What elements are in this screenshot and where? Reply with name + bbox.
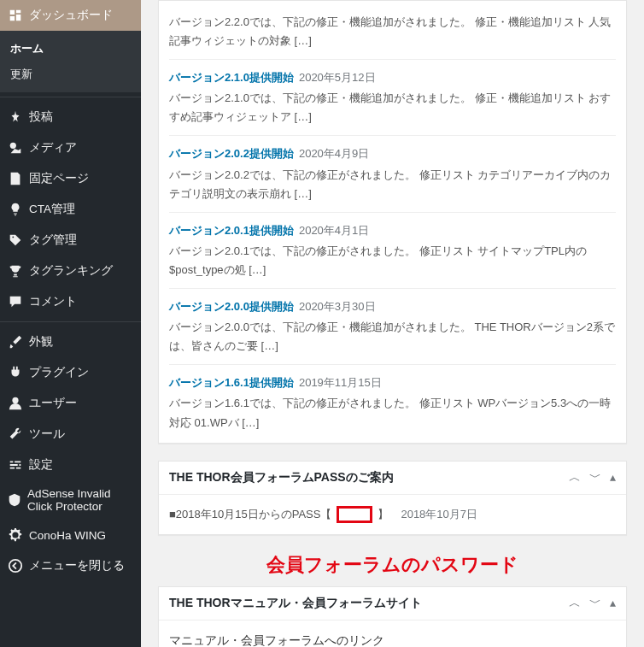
submenu-home[interactable]: ホーム <box>0 36 141 62</box>
sidebar-item-appearance[interactable]: 外観 <box>0 326 141 357</box>
media-icon <box>7 139 24 156</box>
sidebar-item-label: メディア <box>29 140 77 156</box>
sidebar-item-label: タグランキング <box>29 263 113 279</box>
sidebar-item-posts[interactable]: 投稿 <box>0 102 141 132</box>
move-down-icon[interactable]: ﹀ <box>589 596 601 611</box>
news-item: バージョン2.2.0では、下記の修正・機能追加がされました。 修正・機能追加リス… <box>169 13 616 60</box>
wrench-icon <box>7 426 24 443</box>
manual-widget-title: THE THORマニュアル・会員フォーラムサイト <box>169 596 422 611</box>
news-item: バージョン1.6.1提供開始2019年11月15日バージョン1.6.1では、下記… <box>169 373 616 432</box>
sidebar-item-label: 設定 <box>29 457 53 473</box>
news-date: 2020年4月1日 <box>299 224 369 237</box>
sidebar-item-label: ツール <box>29 426 65 442</box>
sidebar-item-label: 固定ページ <box>29 171 89 186</box>
trophy-icon <box>7 262 24 279</box>
sidebar-item-tags[interactable]: タグ管理 <box>0 225 141 256</box>
sidebar-item-cta[interactable]: CTA管理 <box>0 194 141 225</box>
sidebar-item-media[interactable]: メディア <box>0 132 141 163</box>
sliders-icon <box>7 456 24 473</box>
page-icon <box>7 170 24 187</box>
annotation-text: 会員フォーラムのパスワード <box>158 552 627 578</box>
pass-widget: THE THOR会員フォーラムPASSのご案内 ︿ ﹀ ▴ ■2018年10月1… <box>158 461 627 535</box>
widget-controls: ︿ ﹀ ▴ <box>569 596 616 611</box>
news-item: バージョン2.0.0提供開始2020年3月30日バージョン2.0.0では、下記の… <box>169 297 616 365</box>
sidebar-submenu: ホーム 更新 <box>0 31 141 92</box>
comment-icon <box>7 293 24 310</box>
sidebar-item-tag-ranking[interactable]: タグランキング <box>0 256 141 286</box>
widget-controls: ︿ ﹀ ▴ <box>569 470 616 485</box>
sidebar-item-settings[interactable]: 設定 <box>0 450 141 480</box>
sidebar-item-label: 投稿 <box>29 109 53 125</box>
sidebar-item-users[interactable]: ユーザー <box>0 388 141 419</box>
news-list: バージョン2.2.0では、下記の修正・機能追加がされました。 修正・機能追加リス… <box>159 1 626 443</box>
news-excerpt: バージョン2.0.2では、下記の修正がされました。 修正リスト カテゴリアーカイ… <box>169 166 616 203</box>
sidebar-item-dashboard[interactable]: ダッシュボード <box>0 0 141 31</box>
lightbulb-icon <box>7 201 24 218</box>
collapse-icon <box>7 557 24 574</box>
move-up-icon[interactable]: ︿ <box>569 470 581 485</box>
brush-icon <box>7 333 24 350</box>
svg-point-2 <box>9 560 21 572</box>
news-date: 2020年3月30日 <box>299 300 376 313</box>
sidebar-item-label: メニューを閉じる <box>29 558 125 573</box>
sidebar-item-label: ユーザー <box>29 396 77 411</box>
sidebar-item-plugins[interactable]: プラグイン <box>0 357 141 388</box>
sidebar-item-adsense-protector[interactable]: AdSense Invalid Click Protector <box>0 480 141 520</box>
news-item: バージョン2.0.1提供開始2020年4月1日バージョン2.0.1では、下記の修… <box>169 221 616 289</box>
sidebar-item-conoha[interactable]: ConoHa WING <box>0 520 141 550</box>
news-excerpt: バージョン2.0.0では、下記の修正・機能追加がされました。 THE THORバ… <box>169 318 616 356</box>
news-date: 2019年11月15日 <box>299 376 382 389</box>
news-excerpt: バージョン1.6.1では、下記の修正がされました。 修正リスト WPバージョン5… <box>169 394 616 432</box>
sidebar-item-label: CTA管理 <box>29 202 75 217</box>
sidebar-item-comments[interactable]: コメント <box>0 286 141 317</box>
sidebar-item-label: タグ管理 <box>29 232 77 248</box>
sidebar-item-label: AdSense Invalid Click Protector <box>27 487 134 513</box>
toggle-icon[interactable]: ▴ <box>610 596 616 611</box>
news-item: バージョン2.0.2提供開始2020年4月9日バージョン2.0.2では、下記の修… <box>169 144 616 212</box>
submenu-updates[interactable]: 更新 <box>0 62 141 87</box>
news-widget: バージョン2.2.0では、下記の修正・機能追加がされました。 修正・機能追加リス… <box>158 0 627 444</box>
sidebar-item-label: ダッシュボード <box>29 8 113 23</box>
svg-point-0 <box>10 143 16 149</box>
tag-icon <box>7 232 24 249</box>
news-title-link[interactable]: バージョン1.6.1提供開始 <box>169 376 294 389</box>
news-excerpt: バージョン2.2.0では、下記の修正・機能追加がされました。 修正・機能追加リス… <box>169 13 616 50</box>
gear-icon <box>7 526 24 544</box>
manual-subtitle: マニュアル・会員フォーラムへのリンク <box>169 631 616 647</box>
news-excerpt: バージョン2.0.1では、下記の修正がされました。 修正リスト サイトマップTP… <box>169 242 616 279</box>
dashboard-icon <box>7 7 24 24</box>
news-title-link[interactable]: バージョン2.0.1提供開始 <box>169 224 294 237</box>
sidebar-item-tools[interactable]: ツール <box>0 419 141 450</box>
sidebar-item-collapse[interactable]: メニューを閉じる <box>0 550 141 581</box>
news-date: 2020年5月12日 <box>299 71 376 84</box>
move-up-icon[interactable]: ︿ <box>569 596 581 611</box>
plug-icon <box>7 364 24 381</box>
user-icon <box>7 395 24 412</box>
pass-value-redacted <box>337 506 372 523</box>
sidebar-item-label: コメント <box>29 294 77 309</box>
manual-widget: THE THORマニュアル・会員フォーラムサイト ︿ ﹀ ▴ マニュアル・会員フ… <box>158 586 627 647</box>
news-date: 2020年4月9日 <box>299 147 369 160</box>
sidebar-item-label: ConoHa WING <box>29 529 106 542</box>
shield-icon <box>7 491 22 509</box>
pass-prefix: ■2018年10月15日からのPASS【 <box>169 505 331 524</box>
news-title-link[interactable]: バージョン2.0.0提供開始 <box>169 300 294 313</box>
pass-suffix: 】 <box>378 505 389 524</box>
news-item: バージョン2.1.0提供開始2020年5月12日バージョン2.1.0では、下記の… <box>169 68 616 136</box>
main-content: バージョン2.2.0では、下記の修正・機能追加がされました。 修正・機能追加リス… <box>141 0 644 647</box>
news-excerpt: バージョン2.1.0では、下記の修正・機能追加がされました。 修正・機能追加リス… <box>169 89 616 126</box>
pass-widget-title: THE THOR会員フォーラムPASSのご案内 <box>169 470 394 485</box>
admin-sidebar: ダッシュボード ホーム 更新 投稿 メディア 固定ページ CTA管理 タグ管理 <box>0 0 141 647</box>
sidebar-item-label: 外観 <box>29 334 53 350</box>
toggle-icon[interactable]: ▴ <box>610 470 616 485</box>
sidebar-item-label: プラグイン <box>29 365 89 380</box>
pass-line: ■2018年10月15日からのPASS【 】 2018年10月7日 <box>169 505 616 524</box>
svg-point-1 <box>12 397 18 403</box>
move-down-icon[interactable]: ﹀ <box>589 470 601 485</box>
news-title-link[interactable]: バージョン2.1.0提供開始 <box>169 71 294 84</box>
pass-date: 2018年10月7日 <box>401 505 477 524</box>
sidebar-item-pages[interactable]: 固定ページ <box>0 163 141 194</box>
pin-icon <box>7 109 24 126</box>
news-title-link[interactable]: バージョン2.0.2提供開始 <box>169 147 294 160</box>
